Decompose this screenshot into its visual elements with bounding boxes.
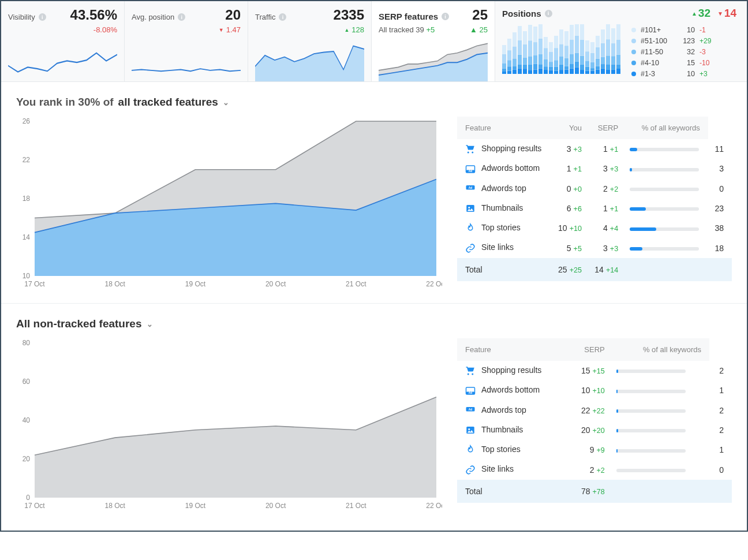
feature-name: Shopping results xyxy=(481,365,541,375)
tracked-section: You rank in 30% of all tracked features … xyxy=(1,82,747,303)
svg-rect-29 xyxy=(528,65,532,70)
serp-title: SERP features i xyxy=(379,12,449,21)
tracked-feature-table: Feature You SERP % of all keywords Shopp… xyxy=(457,117,732,281)
visibility-card[interactable]: Visibility i 43.56% -8.08% xyxy=(1,1,125,81)
svg-rect-55 xyxy=(554,60,558,66)
cart-icon xyxy=(465,144,476,154)
pct-bar xyxy=(616,390,686,393)
svg-text:20: 20 xyxy=(23,455,31,463)
positions-card: Positions i ▲ 32 ▼ 14 #101+10-1#51-10012… xyxy=(495,1,743,81)
svg-rect-104 xyxy=(606,64,610,70)
info-icon[interactable]: i xyxy=(178,13,185,21)
serp-spark xyxy=(379,34,488,81)
table-row[interactable]: AdAdwords bottom 1+1 3+3 3 xyxy=(457,159,732,178)
pct-cell: 23 xyxy=(708,199,732,218)
avgposition-card[interactable]: Avg. position i 20 ▼ 1.47 xyxy=(125,1,248,81)
svg-text:18 Oct: 18 Oct xyxy=(105,280,126,288)
svg-rect-39 xyxy=(538,64,543,68)
svg-text:17 Oct: 17 Oct xyxy=(24,502,45,510)
svg-rect-15 xyxy=(513,58,517,66)
pct-bar xyxy=(616,469,686,472)
link-icon xyxy=(465,465,476,475)
svg-rect-110 xyxy=(611,56,615,64)
pct-bar xyxy=(630,227,699,231)
svg-rect-92 xyxy=(590,42,594,53)
serp-features-card[interactable]: SERP features i 25 All tracked 39 +5 ▲ 2… xyxy=(372,1,495,81)
link-icon xyxy=(465,243,476,253)
svg-rect-111 xyxy=(611,43,615,56)
table-row[interactable]: Shopping results 15+15 2 xyxy=(457,361,732,380)
you-cell: 10+10 xyxy=(551,218,588,238)
svg-rect-52 xyxy=(549,42,553,52)
serp-cell: 20+20 xyxy=(567,420,610,440)
nontracked-title-dropdown[interactable]: All non-tracked features ⌄ xyxy=(16,318,732,330)
svg-rect-32 xyxy=(528,25,532,40)
table-row[interactable]: AdAdwords top 22+22 2 xyxy=(457,401,732,420)
pct-cell: 0 xyxy=(708,179,732,199)
you-cell: 1+1 xyxy=(551,159,588,178)
you-cell: 3+3 xyxy=(551,139,588,159)
chevron-down-icon: ⌄ xyxy=(223,98,229,107)
svg-text:21 Oct: 21 Oct xyxy=(346,280,366,288)
svg-rect-20 xyxy=(518,55,522,65)
table-row[interactable]: Shopping results 3+3 1+1 11 xyxy=(457,139,732,159)
serp-cell: 1+1 xyxy=(588,139,624,159)
svg-rect-27 xyxy=(523,31,527,44)
feature-name: Adwords top xyxy=(481,184,526,193)
avgposition-spark xyxy=(132,34,241,81)
avgposition-value: 20 xyxy=(225,7,241,23)
svg-rect-64 xyxy=(564,66,569,70)
table-row[interactable]: Site links 2+2 0 xyxy=(457,460,732,479)
table-row[interactable]: Top stories 10+10 4+4 38 xyxy=(457,218,732,238)
feature-name: Adwords bottom xyxy=(481,385,540,394)
svg-text:20 Oct: 20 Oct xyxy=(265,280,286,288)
svg-rect-3 xyxy=(502,72,506,74)
tracked-title-part2: all tracked features xyxy=(118,96,218,109)
svg-rect-28 xyxy=(528,70,532,74)
svg-rect-5 xyxy=(502,64,506,69)
table-row[interactable]: Thumbnails 6+6 1+1 23 xyxy=(457,199,732,218)
svg-rect-13 xyxy=(513,70,517,74)
svg-rect-77 xyxy=(575,24,579,36)
table-row[interactable]: AdAdwords bottom 10+10 1 xyxy=(457,380,732,400)
table-row[interactable]: AdAdwords top 0+0 2+2 0 xyxy=(457,179,732,199)
traffic-card[interactable]: Traffic i 2335 ▲ 128 xyxy=(248,1,372,81)
serp-cell: 3+3 xyxy=(588,159,624,178)
table-row[interactable]: Site links 5+5 3+3 18 xyxy=(457,238,732,257)
table-row[interactable]: Top stories 9+9 1 xyxy=(457,440,732,460)
positions-title: Positions i xyxy=(502,9,552,18)
metric-cards-row: Visibility i 43.56% -8.08% Avg. position… xyxy=(1,1,747,82)
info-icon[interactable]: i xyxy=(545,10,552,17)
serp-cell: 2+2 xyxy=(588,179,624,199)
triangle-down-icon: ▼ xyxy=(219,27,224,33)
col-you: You xyxy=(551,117,588,139)
visibility-value: 43.56% xyxy=(70,7,117,23)
svg-rect-109 xyxy=(611,64,615,69)
nontracked-title: All non-tracked features xyxy=(16,318,142,330)
serp-cell: 15+15 xyxy=(567,361,610,380)
serp-cell: 4+4 xyxy=(588,218,624,238)
tracked-title-dropdown[interactable]: You rank in 30% of all tracked features … xyxy=(16,96,732,109)
svg-text:26: 26 xyxy=(23,117,31,125)
svg-text:22 Oct: 22 Oct xyxy=(426,502,442,510)
svg-rect-58 xyxy=(559,70,563,74)
svg-text:14: 14 xyxy=(23,233,31,241)
svg-point-157 xyxy=(468,428,470,430)
svg-rect-21 xyxy=(518,40,522,55)
svg-rect-56 xyxy=(554,48,558,60)
table-total-row: Total 25+25 14+14 xyxy=(457,258,732,281)
svg-rect-74 xyxy=(575,62,579,68)
pct-cell: 18 xyxy=(708,238,732,257)
legend-label: #51-100 xyxy=(641,37,674,45)
avgposition-title: Avg. position i xyxy=(132,13,185,21)
info-icon[interactable]: i xyxy=(442,13,449,20)
positions-legend-row: #11-5032-3 xyxy=(631,46,716,57)
svg-rect-94 xyxy=(596,66,600,70)
adTop-icon: Ad xyxy=(465,405,476,416)
table-row[interactable]: Thumbnails 20+20 2 xyxy=(457,420,732,440)
info-icon[interactable]: i xyxy=(39,13,46,21)
pct-bar xyxy=(630,168,699,171)
thumb-icon xyxy=(465,425,476,435)
info-icon[interactable]: i xyxy=(279,13,286,21)
positions-legend: #101+10-1#51-100123+29#11-5032-3#4-1015-… xyxy=(631,24,716,79)
